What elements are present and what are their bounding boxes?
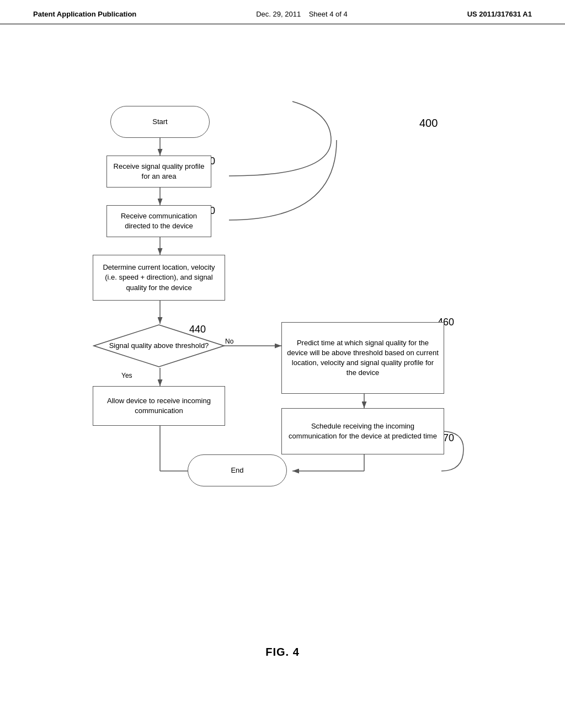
diagram-area: Start 410 Receive signal quality profile… — [0, 30, 565, 675]
diamond-440-text: Signal quality above threshold? — [109, 341, 209, 351]
start-label: Start — [152, 117, 167, 127]
box-430: Determine current location, velocity (i.… — [93, 255, 225, 301]
box-410: Receive signal quality profile for an ar… — [106, 156, 211, 188]
step-400-label: 400 — [419, 117, 438, 130]
start-node: Start — [110, 106, 210, 138]
header-sheet: Sheet 4 of 4 — [309, 10, 348, 18]
box-430-text: Determine current location, velocity (i.… — [97, 263, 221, 293]
page-header: Patent Application Publication Dec. 29, … — [0, 0, 565, 24]
yes-label: Yes — [121, 372, 132, 379]
box-450-text: Allow device to receive incoming communi… — [97, 396, 221, 416]
header-patent-number: US 2011/317631 A1 — [467, 10, 532, 18]
box-410-text: Receive signal quality profile for an ar… — [109, 162, 209, 181]
box-450: Allow device to receive incoming communi… — [93, 386, 225, 426]
diamond-440: Signal quality above threshold? — [93, 324, 225, 368]
box-470: Schedule receiving the incoming communic… — [281, 408, 444, 454]
box-420: Receive communication directed to the de… — [106, 205, 211, 237]
box-420-text: Receive communication directed to the de… — [109, 211, 209, 231]
header-center: Dec. 29, 2011 Sheet 4 of 4 — [256, 10, 348, 18]
end-label: End — [231, 465, 243, 475]
box-460-text: Predict time at which signal quality for… — [286, 338, 439, 378]
header-publication-type: Patent Application Publication — [33, 10, 136, 18]
end-node: End — [188, 454, 287, 486]
header-date: Dec. 29, 2011 — [256, 10, 301, 18]
figure-caption: FIG. 4 — [0, 646, 565, 659]
box-460: Predict time at which signal quality for… — [281, 322, 444, 394]
box-470-text: Schedule receiving the incoming communic… — [286, 421, 439, 441]
no-label: No — [225, 338, 233, 345]
